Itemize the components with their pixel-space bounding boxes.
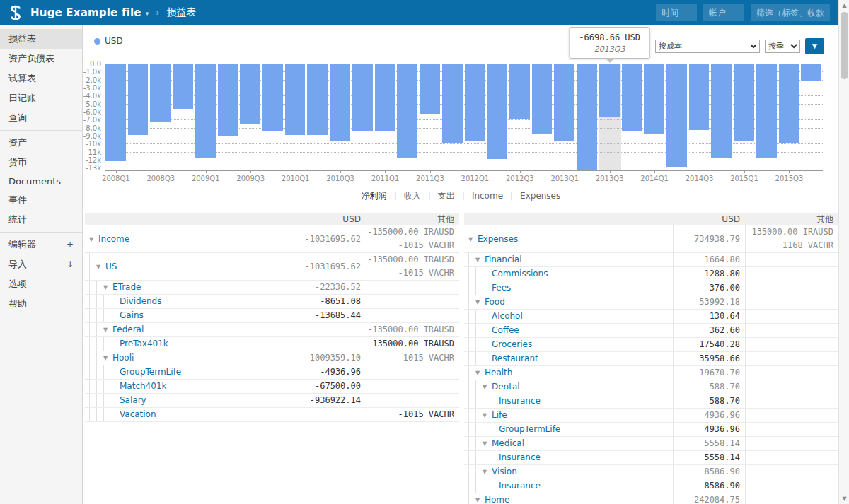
account-link[interactable]: Commissions	[492, 267, 548, 281]
chart-bar[interactable]	[800, 64, 823, 170]
expand-toggle-icon[interactable]: ▼	[483, 465, 492, 479]
sidebar-item-Documents[interactable]: Documents	[0, 172, 82, 190]
chart-bar[interactable]	[486, 64, 509, 170]
chart-bar[interactable]	[643, 64, 666, 170]
chart-mode-link-Income[interactable]: Income	[465, 191, 510, 201]
account-link[interactable]: Insurance	[499, 479, 541, 493]
chart-bar[interactable]	[599, 64, 621, 170]
sidebar-item-选项[interactable]: 选项	[0, 274, 82, 294]
account-link[interactable]: Dental	[492, 380, 520, 394]
chart-bar[interactable]	[172, 64, 195, 170]
sidebar-item-日记账[interactable]: 日记账	[0, 88, 82, 108]
conversion-select[interactable]: 按成本	[655, 40, 760, 53]
sidebar-item-货币[interactable]: 货币	[0, 153, 82, 172]
account-link[interactable]: Insurance	[499, 394, 541, 408]
account-link[interactable]: Health	[485, 366, 512, 380]
chart-mode-link-Expenses[interactable]: Expenses	[513, 191, 567, 201]
chart-bar[interactable]	[553, 64, 576, 170]
account-link[interactable]: Expenses	[478, 233, 518, 246]
chart-bar[interactable]	[531, 64, 554, 170]
account-link[interactable]: GroupTermLife	[499, 423, 560, 436]
chart-bar[interactable]	[621, 64, 644, 170]
chart-bar[interactable]	[733, 64, 756, 170]
chart-bar[interactable]	[576, 64, 599, 170]
interval-select[interactable]: 按季	[765, 40, 800, 53]
chart-bar[interactable]	[239, 64, 262, 170]
scrollbar-thumb[interactable]	[841, 12, 848, 79]
account-link[interactable]: Insurance	[499, 451, 541, 464]
chart-bar[interactable]	[464, 64, 487, 170]
account-link[interactable]: Home	[485, 493, 509, 504]
sidebar-item-事件[interactable]: 事件	[0, 190, 82, 210]
chart-bar[interactable]	[306, 64, 329, 170]
account-link[interactable]: Salary	[120, 394, 146, 407]
chart-mode-link-净利润[interactable]: 净利润	[354, 191, 394, 201]
download-icon[interactable]: ↓	[67, 259, 74, 269]
expand-toggle-icon[interactable]: ▼	[96, 253, 105, 280]
chart-bar[interactable]	[352, 64, 374, 170]
tag-payee-filter-input[interactable]	[751, 4, 830, 21]
chart-bar[interactable]	[195, 64, 217, 170]
chart-bar[interactable]	[778, 64, 801, 170]
chart-bar[interactable]	[217, 64, 240, 170]
add-icon[interactable]: +	[67, 240, 74, 250]
chart-bar[interactable]	[688, 64, 711, 170]
account-link[interactable]: Gains	[120, 309, 144, 322]
account-link[interactable]: PreTax401k	[120, 337, 168, 351]
expand-toggle-icon[interactable]: ▼	[475, 366, 485, 380]
sidebar-item-导入[interactable]: 导入↓	[0, 254, 82, 274]
toggle-charts-button[interactable]: ▼	[805, 38, 824, 54]
account-link[interactable]: Medical	[492, 437, 524, 450]
chart-mode-link-支出[interactable]: 支出	[431, 191, 462, 201]
chart-bar[interactable]	[284, 64, 307, 170]
expand-toggle-icon[interactable]: ▼	[483, 380, 492, 394]
sidebar-item-编辑器[interactable]: 编辑器+	[0, 235, 82, 254]
account-link[interactable]: Fees	[492, 281, 511, 295]
sidebar-item-试算表[interactable]: 试算表	[0, 69, 82, 88]
account-link[interactable]: Life	[492, 409, 507, 422]
file-title[interactable]: Huge Example file	[30, 6, 142, 19]
account-link[interactable]: Match401k	[120, 380, 166, 393]
file-dropdown-caret-icon[interactable]: ▾	[146, 10, 149, 17]
account-link[interactable]: Food	[485, 295, 505, 309]
expand-toggle-icon[interactable]: ▼	[475, 295, 485, 309]
sidebar-item-资产负债表[interactable]: 资产负债表	[0, 49, 82, 69]
chart-bar[interactable]	[756, 64, 778, 170]
account-link[interactable]: Vacation	[120, 408, 156, 421]
account-link[interactable]: Financial	[485, 253, 522, 266]
account-filter-input[interactable]	[703, 4, 744, 21]
time-filter-input[interactable]	[656, 4, 697, 21]
chart-bar[interactable]	[441, 64, 464, 170]
account-link[interactable]: Federal	[112, 323, 144, 336]
account-link[interactable]: Alcohol	[492, 310, 523, 323]
expand-toggle-icon[interactable]: ▼	[475, 493, 485, 504]
account-link[interactable]: Dividends	[120, 295, 161, 308]
fava-logo-icon[interactable]	[7, 4, 24, 21]
scroll-down-icon[interactable]: ▼	[839, 493, 849, 504]
chart-bar[interactable]	[374, 64, 397, 170]
scroll-up-icon[interactable]: ▲	[839, 0, 849, 11]
account-link[interactable]: Income	[98, 233, 129, 246]
sidebar-item-统计[interactable]: 统计	[0, 210, 82, 230]
chart-bar[interactable]	[262, 64, 284, 170]
chart-bar[interactable]	[127, 64, 150, 170]
sidebar-item-资产[interactable]: 资产	[0, 133, 82, 153]
chart-bar[interactable]	[105, 64, 127, 170]
account-link[interactable]: Vision	[492, 465, 517, 479]
account-link[interactable]: US	[105, 260, 117, 274]
sidebar-item-查询[interactable]: 查询	[0, 108, 82, 128]
chart-bar[interactable]	[509, 64, 531, 170]
chart-bar[interactable]	[666, 64, 688, 170]
chart-mode-link-收入[interactable]: 收入	[397, 191, 428, 201]
expand-toggle-icon[interactable]: ▼	[89, 225, 98, 252]
chart-bar[interactable]	[149, 64, 172, 170]
expand-toggle-icon[interactable]: ▼	[103, 281, 112, 294]
chart-bar[interactable]	[396, 64, 419, 170]
account-link[interactable]: Groceries	[492, 338, 532, 351]
expand-toggle-icon[interactable]: ▼	[103, 323, 112, 336]
sidebar-item-损益表[interactable]: 损益表	[0, 29, 82, 49]
account-link[interactable]: ETrade	[112, 281, 141, 294]
account-link[interactable]: GroupTermLife	[120, 365, 181, 379]
expand-toggle-icon[interactable]: ▼	[103, 351, 112, 365]
account-link[interactable]: Restaurant	[492, 352, 538, 365]
